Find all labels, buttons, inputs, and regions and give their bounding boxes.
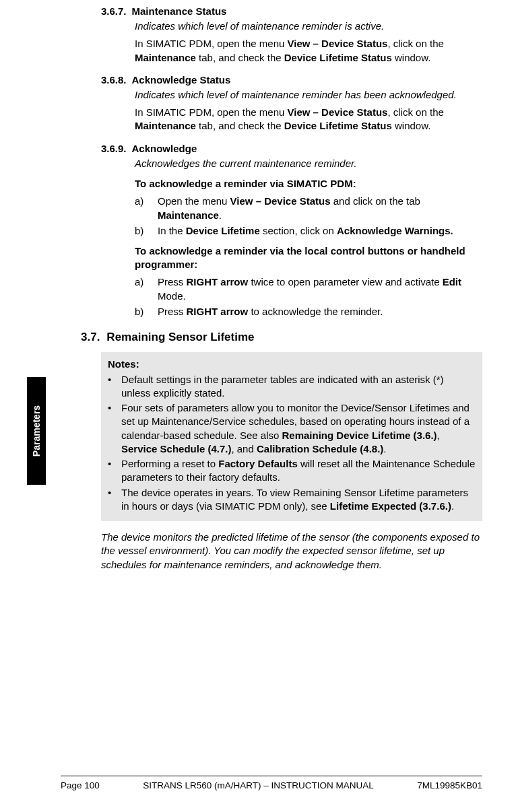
text: Open the menu — [158, 195, 230, 207]
text: . — [451, 500, 454, 512]
list-item: • Performing a reset to Factory Defaults… — [108, 457, 476, 485]
bold-text: Edit — [443, 276, 461, 287]
heading-3-6-9: 3.6.9. Acknowledge — [101, 143, 482, 154]
ordered-list: a) Open the menu View – Device Status an… — [135, 194, 482, 238]
list-item: b) In the Device Lifetime section, click… — [135, 224, 482, 238]
bold-text: Device Lifetime Status — [284, 120, 392, 131]
section-3-6-8: 3.6.8. Acknowledge Status Indicates whic… — [61, 74, 482, 133]
list-text: Press RIGHT arrow twice to open paramete… — [158, 275, 482, 303]
text: In the — [158, 225, 186, 236]
procedure-title: To acknowledge a reminder via SIMATIC PD… — [135, 177, 482, 191]
text: tab, and check the — [196, 120, 284, 131]
note-text: Default settings in the parameter tables… — [121, 373, 476, 401]
list-item: a) Open the menu View – Device Status an… — [135, 194, 482, 222]
text: , — [437, 430, 440, 441]
list-text: Open the menu View – Device Status and c… — [158, 194, 482, 222]
bold-text: Device Lifetime — [186, 225, 260, 236]
section-body: In SIMATIC PDM, open the menu View – Dev… — [135, 37, 482, 65]
text: In SIMATIC PDM, open the menu — [135, 38, 287, 49]
heading-3-7: 3.7. Remaining Sensor Lifetime — [81, 331, 482, 344]
section-desc: Indicates which level of maintenance rem… — [135, 20, 482, 33]
bold-text: RIGHT arrow — [187, 306, 251, 317]
heading-title: Acknowledge — [132, 143, 197, 154]
procedure-title: To acknowledge a reminder via the local … — [135, 244, 482, 271]
text: Performing a reset to — [121, 458, 218, 469]
ordered-list: a) Press RIGHT arrow twice to open param… — [135, 275, 482, 318]
notes-title: Notes: — [108, 358, 476, 371]
heading-num: 3.6.9. — [101, 143, 127, 154]
bold-text: View – Device Status — [230, 195, 331, 207]
bold-text: Maintenance — [135, 120, 196, 131]
section-3-6-7: 3.6.7. Maintenance Status Indicates whic… — [61, 5, 482, 65]
notes-list: • Default settings in the parameter tabl… — [108, 373, 476, 514]
heading-3-6-8: 3.6.8. Acknowledge Status — [101, 74, 482, 86]
heading-title: Acknowledge Status — [132, 74, 231, 86]
list-label: b) — [135, 224, 148, 238]
text: Press — [158, 306, 187, 317]
list-label: a) — [135, 275, 148, 303]
list-item: b) Press RIGHT arrow to acknowledge the … — [135, 304, 482, 318]
text: , click on the — [387, 106, 443, 118]
section-desc: Acknowledges the current maintenance rem… — [135, 157, 482, 170]
list-item: a) Press RIGHT arrow twice to open param… — [135, 275, 482, 303]
section-3-6-9: 3.6.9. Acknowledge Acknowledges the curr… — [61, 143, 482, 319]
bold-text: Acknowledge Warnings. — [337, 225, 453, 236]
text: In SIMATIC PDM, open the menu — [135, 106, 287, 118]
note-text: The device operates in years. To view Re… — [121, 486, 476, 514]
bullet-icon: • — [108, 457, 115, 485]
bold-text: View – Device Status — [287, 38, 387, 49]
text: , and — [231, 443, 257, 454]
bold-text: Factory Defaults — [218, 458, 298, 469]
list-text: In the Device Lifetime section, click on… — [158, 224, 453, 238]
text: Press — [158, 276, 187, 287]
note-text: Performing a reset to Factory Defaults w… — [121, 457, 476, 485]
text: window. — [392, 120, 431, 131]
page: Parameters 3.6.7. Maintenance Status Ind… — [0, 0, 516, 812]
footer-title: SITRANS LR560 (mA/HART) – INSTRUCTION MA… — [143, 780, 374, 790]
text: , click on the — [387, 38, 443, 49]
page-footer: Page 100 SITRANS LR560 (mA/HART) – INSTR… — [61, 776, 482, 790]
bold-text: Service Schedule (4.7.) — [121, 443, 231, 454]
text: tab, and check the — [196, 52, 284, 63]
heading-num: 3.7. — [81, 331, 100, 344]
text: and click on the tab — [331, 195, 420, 207]
list-item: • Four sets of parameters allow you to m… — [108, 401, 476, 456]
note-text: Four sets of parameters allow you to mon… — [121, 401, 476, 456]
bold-text: Lifetime Expected (3.7.6.) — [330, 500, 451, 512]
text: to acknowledge the reminder. — [251, 306, 383, 317]
heading-title: Maintenance Status — [132, 5, 227, 17]
text: . — [383, 443, 386, 454]
footer-docid: 7ML19985KB01 — [417, 780, 482, 790]
section-body: In SIMATIC PDM, open the menu View – Dev… — [135, 106, 482, 133]
bold-text: RIGHT arrow — [187, 276, 251, 287]
text: window. — [392, 52, 431, 63]
notes-box: Notes: • Default settings in the paramet… — [101, 352, 482, 521]
bold-text: View – Device Status — [287, 106, 387, 118]
list-label: a) — [135, 194, 148, 222]
heading-num: 3.6.7. — [101, 5, 127, 17]
heading-title: Remaining Sensor Lifetime — [106, 331, 254, 344]
section-desc: Indicates which level of maintenance rem… — [135, 88, 482, 102]
bold-text: Maintenance — [158, 209, 219, 221]
section-description: The device monitors the predicted lifeti… — [101, 531, 482, 572]
sidebar-tab: Parameters — [27, 377, 46, 485]
bullet-icon: • — [108, 401, 115, 456]
list-label: b) — [135, 304, 148, 318]
bold-text: Remaining Device Lifetime (3.6.) — [282, 430, 437, 441]
bullet-icon: • — [108, 373, 115, 401]
bold-text: Calibration Schedule (4.8.) — [257, 443, 383, 454]
footer-page: Page 100 — [61, 780, 100, 790]
text: section, click on — [260, 225, 337, 236]
text: Mode. — [158, 290, 186, 302]
heading-3-6-7: 3.6.7. Maintenance Status — [101, 5, 482, 17]
bold-text: Device Lifetime Status — [284, 52, 392, 63]
text: . — [219, 209, 222, 221]
bullet-icon: • — [108, 486, 115, 514]
list-item: • The device operates in years. To view … — [108, 486, 476, 514]
list-item: • Default settings in the parameter tabl… — [108, 373, 476, 401]
text: twice to open parameter view and activat… — [251, 276, 442, 287]
bold-text: Maintenance — [135, 52, 196, 63]
heading-num: 3.6.8. — [101, 74, 127, 86]
sidebar-label: Parameters — [31, 405, 42, 456]
list-text: Press RIGHT arrow to acknowledge the rem… — [158, 304, 383, 318]
